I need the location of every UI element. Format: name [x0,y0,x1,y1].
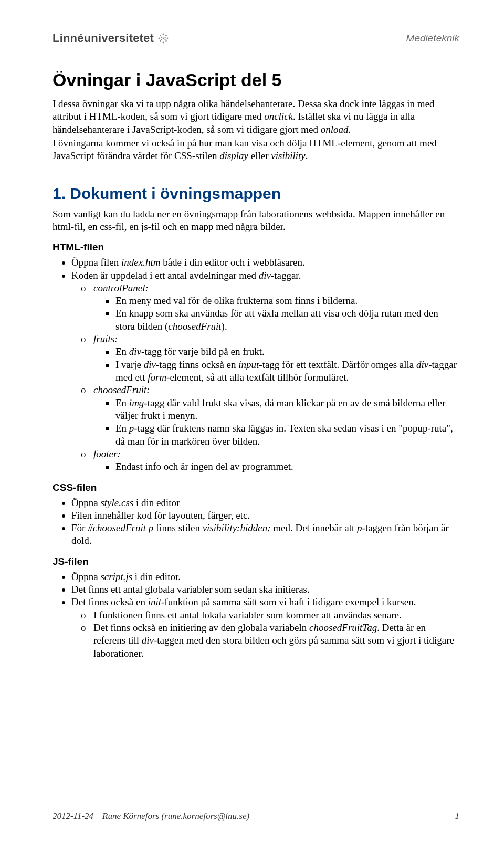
code-term: choosedFruit [168,321,221,332]
code-term: onclick [264,111,293,122]
text: För [71,522,88,533]
list-item: Öppna script.js i din editor. [71,571,459,583]
text: En [116,397,129,408]
page-title: Övningar i JavaScript del 5 [52,70,459,90]
code-term: style.css [100,497,133,508]
code-term: div [416,359,428,370]
list-item: Koden är uppdelad i ett antal avdelninga… [71,269,459,474]
footer-sublist: Endast info och är ingen del av programm… [93,460,459,473]
list-item: Det finns också en init-funktion på samm… [71,596,459,660]
header-subject: Medieteknik [406,33,459,44]
text: Öppna [71,571,100,582]
list-item: En p-tagg där fruktens namn ska läggas i… [116,422,459,448]
code-term: p [129,423,134,434]
choosedfruit-sublist: En img-tagg där vald frukt ska visas, då… [93,397,459,448]
code-term: div [129,346,141,357]
code-term: input [238,359,259,370]
code-term: visibility [271,150,305,161]
code-term: div [259,270,271,281]
section-heading-1: 1. Dokument i övningsmappen [52,185,459,203]
list-item: I varje div-tagg finns också en input-ta… [116,359,459,384]
list-item: En div-tagg för varje bild på en frukt. [116,345,459,358]
subheading-css-filen: CSS-filen [52,482,459,493]
list-item: footer: Endast info och är ingen del av … [93,448,459,474]
university-logo: Linnéuniversitetet [52,31,170,45]
code-term: init [148,596,161,607]
code-term: display [219,150,248,161]
div-sections-list: controlPanel: En meny med val för de oli… [71,282,459,474]
document-page: Linnéuniversitetet Medieteknik Övning [0,0,504,691]
header-rule [52,55,459,55]
code-term: index.htm [121,257,160,268]
text: eller [248,150,271,161]
text: En [116,346,129,357]
text: Det finns också en initiering av den glo… [93,622,309,633]
code-term: choosedFruitTag [309,622,377,633]
text: Öppna filen [71,257,121,268]
footer-left: 2012-11-24 – Rune Körnefors (rune.kornef… [52,811,249,822]
code-term: script.js [100,571,132,582]
intro-paragraph-1: I dessa övningar ska vi ta upp några oli… [52,98,459,136]
list-item: Öppna style.css i din editor [71,497,459,509]
section-label: controlPanel: [93,282,149,293]
fruits-sublist: En div-tagg för varje bild på en frukt. … [93,345,459,384]
text: -taggar. [271,270,301,281]
svg-point-6 [160,40,161,42]
js-filen-list: Öppna script.js i din editor. Det finns … [52,571,459,660]
list-item: En img-tagg där vald frukt ska visas, då… [116,397,459,423]
text: -tagg för ett textfält. Därför omges all… [259,359,416,370]
svg-point-0 [163,34,164,35]
text: i din editor. [132,571,181,582]
css-filen-list: Öppna style.css i din editor Filen inneh… [52,497,459,548]
svg-point-4 [160,35,161,36]
svg-point-10 [164,37,165,38]
init-function-sublist: I funktionen finns ett antal lokala vari… [71,609,459,660]
list-item: I funktionen finns ett antal lokala vari… [93,609,459,622]
text: -tagg där fruktens namn ska läggas in. T… [116,423,453,446]
svg-point-12 [164,39,165,40]
text: Koden är uppdelad i ett antal avdelninga… [71,270,259,281]
footer-page-number: 1 [455,811,460,822]
section-label: fruits: [93,333,118,344]
section-label: choosedFruit: [93,384,150,395]
text: -tagg där vald frukt ska visas, då man k… [116,397,445,421]
list-item: Det finns ett antal globala variabler so… [71,583,459,596]
section-1-intro: Som vanligt kan du ladda ner en övningsm… [52,208,459,234]
list-item: Öppna filen index.htm både i din editor … [71,256,459,269]
subheading-js-filen: JS-filen [52,556,459,567]
text: med. Det innebär att [270,522,357,533]
list-item: En knapp som ska användas för att växla … [116,307,459,333]
svg-point-2 [159,38,160,39]
html-filen-list: Öppna filen index.htm både i din editor … [52,256,459,473]
list-item: Endast info och är ingen del av programm… [116,460,459,473]
text: -element, så att alla textfält tillhör f… [166,372,349,383]
text: i din editor [133,497,180,508]
svg-point-1 [163,42,164,44]
page-footer: 2012-11-24 – Rune Körnefors (rune.kornef… [52,811,459,822]
logo-text: Linnéuniversitetet [52,31,154,45]
flower-icon [157,32,170,45]
code-term: p [357,522,362,533]
svg-point-8 [163,38,164,39]
code-term: form [148,372,166,383]
text: både i din editor och i webbläsaren. [160,257,304,268]
text: -tagg för varje bild på en frukt. [141,346,265,357]
code-term: div [142,635,154,646]
code-term: div [144,359,156,370]
intro-paragraph-2: I övningarna kommer vi också in på hur m… [52,137,459,163]
page-header: Linnéuniversitetet Medieteknik [52,31,459,45]
text: . [306,150,308,161]
list-item: En meny med val för de olika frukterna s… [116,294,459,307]
list-item: För #choosedFruit p finns stilen visibil… [71,522,459,548]
svg-point-7 [165,40,167,42]
text: Det finns också en [71,596,148,607]
section-label: footer: [93,448,121,459]
list-item: fruits: En div-tagg för varje bild på en… [93,333,459,384]
list-item: Filen innehåller kod för layouten, färge… [71,509,459,522]
text: En [116,423,129,434]
text: -funktion på samma sätt som vi haft i ti… [161,596,416,607]
svg-point-3 [167,38,169,39]
subheading-html-filen: HTML-filen [52,241,459,253]
controlpanel-sublist: En meny med val för de olika frukterna s… [93,294,459,333]
list-item: Det finns också en initiering av den glo… [93,622,459,660]
